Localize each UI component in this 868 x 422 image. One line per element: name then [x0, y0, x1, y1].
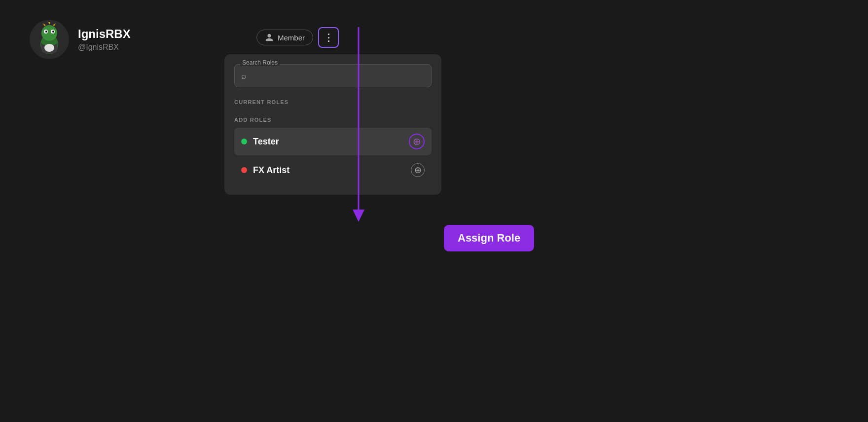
profile-handle: @IgnisRBX — [78, 43, 131, 52]
svg-marker-6 — [43, 23, 46, 26]
search-roles-label: Search Roles — [240, 59, 280, 66]
fx-artist-name: FX Artist — [253, 165, 289, 176]
role-item-fx-artist[interactable]: FX Artist ⊕ — [234, 157, 432, 183]
more-options-icon: ⋮ — [324, 32, 334, 43]
svg-marker-11 — [353, 210, 364, 222]
svg-point-4 — [45, 31, 47, 33]
assign-role-tooltip: Assign Role — [444, 225, 534, 251]
role-item-left-fx-artist: FX Artist — [241, 165, 289, 176]
avatar — [30, 20, 69, 59]
svg-marker-7 — [48, 22, 50, 25]
profile-area: IgnisRBX @IgnisRBX — [30, 20, 131, 59]
member-label: Member — [278, 34, 305, 42]
fx-artist-dot — [241, 167, 247, 173]
search-roles-wrapper: Search Roles ⌕ — [234, 64, 432, 87]
plus-icon-fx-artist: ⊕ — [414, 166, 422, 175]
current-roles-label: CURRENT ROLES — [234, 99, 432, 105]
member-icon — [265, 33, 274, 42]
role-item-tester[interactable]: Tester ⊕ — [234, 128, 432, 155]
role-item-left-tester: Tester — [241, 137, 279, 147]
search-roles-input[interactable] — [234, 64, 432, 87]
member-badge-area: Member ⋮ — [256, 27, 339, 48]
roles-dropdown-panel: Search Roles ⌕ CURRENT ROLES ADD ROLES T… — [224, 54, 441, 195]
tester-name: Tester — [253, 137, 279, 147]
plus-icon-tester: ⊕ — [413, 137, 421, 146]
assign-role-label: Assign Role — [458, 232, 520, 244]
member-badge[interactable]: Member — [256, 30, 313, 45]
add-roles-label: ADD ROLES — [234, 117, 432, 123]
add-tester-button[interactable]: ⊕ — [409, 134, 425, 149]
tester-dot — [241, 139, 247, 144]
svg-marker-8 — [53, 23, 56, 26]
more-options-button[interactable]: ⋮ — [318, 27, 339, 48]
profile-name: IgnisRBX — [78, 27, 131, 41]
add-fx-artist-button[interactable]: ⊕ — [411, 163, 425, 177]
profile-info: IgnisRBX @IgnisRBX — [78, 27, 131, 52]
svg-point-1 — [41, 25, 57, 41]
svg-point-5 — [52, 31, 54, 33]
svg-point-9 — [44, 44, 54, 52]
